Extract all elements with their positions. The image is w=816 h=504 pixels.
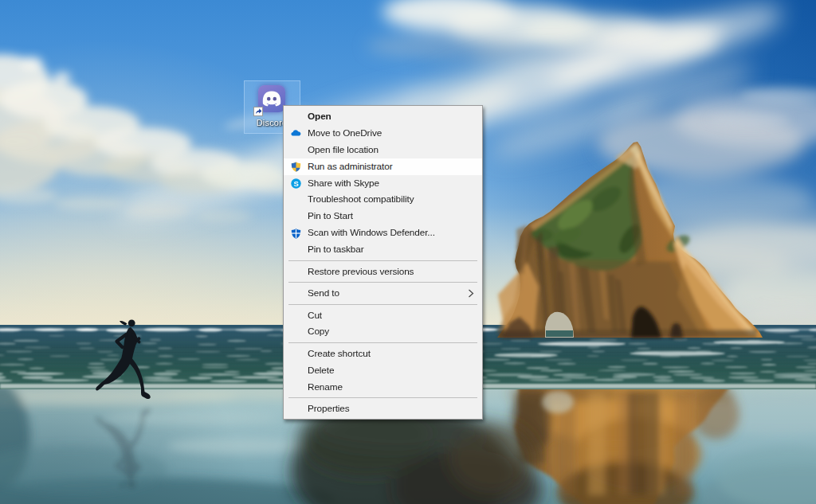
svg-text:S: S — [293, 179, 298, 188]
